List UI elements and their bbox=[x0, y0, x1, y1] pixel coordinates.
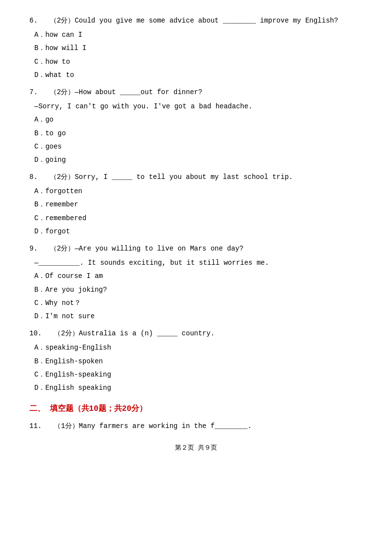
question-10: 10. （2分）Australia is a (n) _____ country… bbox=[29, 328, 363, 394]
section2-header: 二、 填空题（共10题；共20分） bbox=[29, 402, 363, 416]
question-9-number: 9 bbox=[29, 245, 33, 252]
question-11-number: 11 bbox=[29, 422, 38, 430]
question-10-optionB: B．English-spoken bbox=[34, 355, 363, 368]
question-9-dialogue: —__________. It sounds exciting, but it … bbox=[34, 257, 363, 269]
question-7-optionD: D．going bbox=[34, 154, 363, 166]
question-7-optionA: A．go bbox=[34, 114, 363, 126]
question-6-optionD: D．what to bbox=[34, 69, 363, 81]
question-10-optionD: D．English speaking bbox=[34, 382, 363, 394]
question-8-number: 8 bbox=[29, 173, 33, 181]
question-9-points: （2分） bbox=[50, 245, 74, 252]
question-11-body: Many farmers are working in the f_______… bbox=[79, 422, 252, 430]
question-11-points: （1分） bbox=[54, 422, 78, 430]
question-7-points: （2分） bbox=[50, 88, 74, 96]
question-9-optionC: C．Why not？ bbox=[34, 297, 363, 309]
question-11: 11. （1分）Many farmers are working in the … bbox=[29, 420, 363, 432]
question-8-optionB: B．remember bbox=[34, 199, 363, 211]
question-8: 8. （2分）Sorry, I _____ to tell you about … bbox=[29, 171, 363, 238]
question-9-optionD: D．I'm not sure bbox=[34, 310, 363, 323]
question-10-points: （2分） bbox=[54, 329, 78, 337]
question-6-optionC: C．how to bbox=[34, 56, 363, 68]
question-9-optionA: A．Of course I am bbox=[34, 270, 363, 282]
question-9-optionB: B．Are you joking? bbox=[34, 284, 363, 296]
question-6-optionB: B．how will I bbox=[34, 42, 363, 54]
question-7: 7. （2分）—How about _____out for dinner? —… bbox=[29, 86, 363, 166]
question-10-body: Australia is a (n) _____ country. bbox=[79, 329, 215, 337]
question-9-body: —Are you willing to live on Mars one day… bbox=[74, 245, 243, 252]
question-7-optionB: B．to go bbox=[34, 127, 363, 140]
question-6-optionA: A．how can I bbox=[34, 29, 363, 41]
question-8-optionA: A．forgotten bbox=[34, 185, 363, 198]
question-7-dialogue: —Sorry, I can't go with you. I've got a … bbox=[34, 101, 363, 113]
question-8-points: （2分） bbox=[50, 173, 74, 181]
question-8-optionD: D．forgot bbox=[34, 226, 363, 238]
question-7-body: —How about _____out for dinner? bbox=[74, 88, 202, 96]
question-6-number: 6 bbox=[29, 17, 33, 25]
question-7-optionC: C．goes bbox=[34, 141, 363, 153]
question-8-optionC: C．remembered bbox=[34, 212, 363, 225]
question-10-text: 10. （2分）Australia is a (n) _____ country… bbox=[29, 328, 363, 340]
question-10-number: 10 bbox=[29, 329, 38, 337]
page-footer: 第２页 共９页 bbox=[29, 442, 363, 454]
question-7-text: 7. （2分）—How about _____out for dinner? bbox=[29, 86, 363, 99]
footer-text: 第２页 共９页 bbox=[175, 444, 217, 452]
question-6-text: 6. （2分）Could you give me some advice abo… bbox=[29, 15, 363, 27]
question-8-text: 8. （2分）Sorry, I _____ to tell you about … bbox=[29, 171, 363, 183]
question-6: 6. （2分）Could you give me some advice abo… bbox=[29, 15, 363, 81]
question-6-body: Could you give me some advice about ____… bbox=[74, 17, 338, 25]
question-7-number: 7 bbox=[29, 88, 33, 96]
question-8-body: Sorry, I _____ to tell you about my last… bbox=[74, 173, 293, 181]
question-11-text: 11. （1分）Many farmers are working in the … bbox=[29, 420, 363, 432]
question-10-optionC: C．English-speaking bbox=[34, 369, 363, 381]
question-9: 9. （2分）—Are you willing to live on Mars … bbox=[29, 243, 363, 323]
question-10-optionA: A．speaking-English bbox=[34, 342, 363, 354]
question-9-text: 9. （2分）—Are you willing to live on Mars … bbox=[29, 243, 363, 255]
question-6-points: （2分） bbox=[50, 17, 74, 25]
